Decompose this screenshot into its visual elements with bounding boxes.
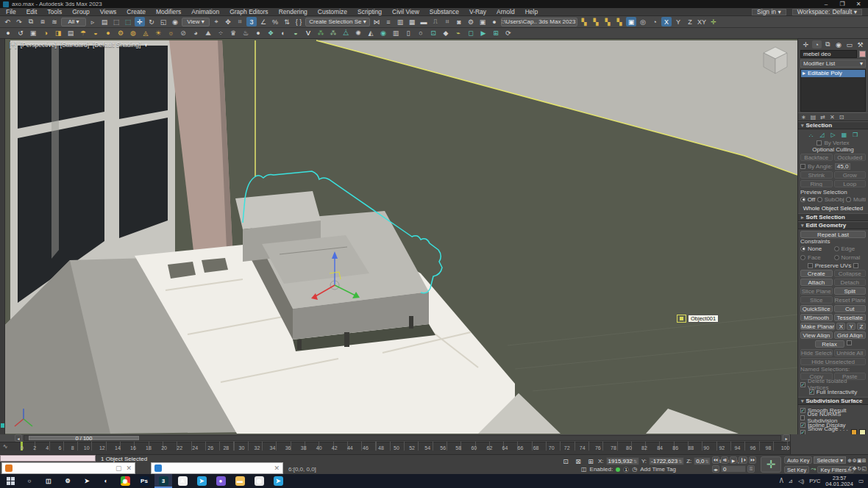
pin-stack-icon[interactable]: ∗	[801, 114, 806, 121]
next-frame-arrow[interactable]: ▸	[783, 434, 790, 442]
attach-button[interactable]: Attach	[800, 279, 833, 286]
menu-item[interactable]: Civil View	[392, 8, 419, 15]
menu-item[interactable]: V-Ray	[469, 8, 486, 15]
vray-sun2-icon[interactable]: ☀	[153, 29, 163, 38]
vray-cone-icon[interactable]: ◭	[366, 29, 376, 38]
align-icon[interactable]: ≡	[383, 17, 394, 26]
current-frame-field[interactable]: 0	[721, 465, 746, 473]
vray-node-icon[interactable]: ⁂	[316, 29, 326, 38]
full-interactivity-checkbox[interactable]: ✓	[809, 390, 814, 395]
popup2-close-icon[interactable]: ✕	[274, 464, 280, 472]
planar-x-button[interactable]: X	[836, 323, 845, 330]
vray-pin-icon[interactable]: ◆	[441, 29, 451, 38]
tab-create[interactable]: ✛	[801, 40, 811, 49]
isoline-display-checkbox[interactable]: ✓	[800, 423, 805, 428]
absolute-mode-icon[interactable]: ⊞	[586, 456, 596, 466]
network-icon[interactable]: ⊿	[789, 478, 793, 484]
preview-off-radio[interactable]	[800, 197, 805, 202]
project-folder-dropdown[interactable]: C:\Users\Сар.. 3ds Max 2023 ▾	[501, 18, 577, 26]
layer-explorer-icon[interactable]: ▥	[395, 17, 405, 26]
vray-scatter-icon[interactable]: ⁘	[216, 29, 226, 38]
max-app[interactable]: 3	[154, 474, 172, 488]
tray-clock[interactable]: 23:57 04.01.2024	[825, 476, 853, 487]
tab-modify[interactable]: ◔	[812, 40, 822, 49]
viewport-shading-menu[interactable]: [Default Shading]	[93, 41, 140, 49]
prev-frame-arrow[interactable]: ◂	[15, 434, 22, 442]
isolate-selection-icon[interactable]: ⊡	[561, 456, 571, 466]
prev-next-key-button[interactable]: ◂▸	[712, 465, 719, 473]
vray-target-icon[interactable]: ⊞	[491, 29, 501, 38]
time-slider-handle[interactable]: 0 / 100	[29, 436, 139, 440]
selection-filter-dropdown[interactable]: All ▾	[61, 18, 86, 26]
mail-app[interactable]: ➤	[78, 474, 96, 488]
bind-to-spacewarp-icon[interactable]: ≋	[49, 17, 60, 26]
border-mode-icon[interactable]: ▷	[828, 131, 838, 139]
edge-mode-icon[interactable]: ◿	[817, 131, 827, 139]
vertex-mode-icon[interactable]: ⸫	[806, 131, 816, 139]
constraint-face-radio[interactable]	[800, 255, 805, 260]
vray-ipr-icon[interactable]: ◑	[40, 29, 51, 38]
track-bar-ruler[interactable]: 0246810121416182022242628303234363840424…	[21, 442, 790, 451]
snaps-toggle-button[interactable]: 3	[246, 17, 257, 26]
undo-icon[interactable]: ↶	[2, 17, 13, 26]
menu-item[interactable]: Animation	[191, 8, 219, 15]
select-and-move-icon[interactable]: ✛	[135, 17, 145, 26]
menu-item[interactable]: Help	[525, 8, 538, 15]
mini-curve-editor-button[interactable]: ∿	[0, 442, 10, 451]
delete-isolated-checkbox[interactable]: ✓	[800, 382, 805, 387]
menu-item[interactable]: Edit	[26, 8, 38, 15]
preserve-uvs-checkbox[interactable]	[808, 263, 813, 268]
redo-icon[interactable]: ↷	[14, 17, 24, 26]
vray-proxy-icon[interactable]: ⊘	[178, 29, 188, 38]
purple-app[interactable]: ●	[212, 474, 230, 488]
vray-clipper-icon[interactable]: ◕	[191, 29, 201, 38]
rollout-soft-selection[interactable]: ▸Soft Selection	[798, 213, 868, 221]
backface-button[interactable]: Backface	[800, 154, 833, 161]
menu-item[interactable]: Graph Editors	[230, 8, 268, 15]
rollout-subdivision-surface[interactable]: ▾Subdivision Surface	[798, 397, 868, 405]
element-mode-icon[interactable]: ❒	[850, 131, 860, 139]
tab-display[interactable]: ▭	[844, 40, 854, 49]
tab-motion[interactable]: ◉	[833, 40, 843, 49]
language-indicator[interactable]: РУС	[809, 478, 820, 484]
menu-item[interactable]: Views	[100, 8, 117, 15]
cut-button[interactable]: Cut	[834, 305, 867, 312]
stack-item-editable-poly[interactable]: ▸ Editable Poly	[801, 70, 865, 77]
viewport-pov-menu[interactable]: [Perspective]	[21, 41, 57, 49]
tab-hierarchy[interactable]: ⧉	[823, 40, 833, 49]
relax-settings[interactable]	[847, 340, 852, 345]
constraint-normal-radio[interactable]	[834, 255, 839, 260]
macro-recorder-line[interactable]	[0, 455, 96, 462]
smooth-result-checkbox[interactable]: ✓	[800, 408, 805, 413]
add-time-tag[interactable]: Add Time Tag	[640, 466, 676, 473]
use-nurms-checkbox[interactable]	[800, 415, 805, 420]
state-set-icon[interactable]: ▣	[626, 17, 636, 26]
angle-snap-icon[interactable]: ∠	[258, 17, 268, 26]
menu-item[interactable]: Arnold	[497, 8, 515, 15]
make-unique-icon[interactable]: ⇄	[820, 114, 825, 121]
curve-editor-icon[interactable]: ⎍	[430, 17, 441, 26]
slice-plane-button[interactable]: Slice Plane	[800, 287, 833, 295]
shrink-button[interactable]: Shrink	[800, 171, 833, 179]
named-selection-sets-dropdown[interactable]: Create Selection Se ▾	[305, 18, 370, 26]
hide-unselected-button[interactable]: Hide Unselected	[800, 358, 866, 365]
vray-sun-icon[interactable]: ☂	[78, 29, 88, 38]
vray-gpu-icon[interactable]: ◨	[53, 29, 63, 38]
constraint-edge-radio[interactable]	[834, 246, 839, 251]
menu-item[interactable]: Scripting	[357, 8, 382, 15]
vray-sphere-icon[interactable]: ●	[253, 29, 263, 38]
vray-camera-icon[interactable]: ▣	[28, 29, 38, 38]
menu-item[interactable]: Create	[127, 8, 146, 15]
vray-crown-icon[interactable]: ♛	[228, 29, 238, 38]
menu-item[interactable]: Rendering	[279, 8, 307, 15]
render-preset-3-icon[interactable]: ▚	[602, 17, 613, 26]
menu-item[interactable]: Group	[72, 8, 90, 15]
render-preset-4-icon[interactable]: ▚	[614, 17, 625, 26]
select-and-link-icon[interactable]: ⧉	[26, 17, 36, 26]
view-align-button[interactable]: View Align	[800, 331, 833, 339]
hide-selected-button[interactable]: Hide Selected	[800, 349, 833, 356]
repeat-last-button[interactable]: Repeat Last	[800, 231, 866, 238]
selection-lock-icon[interactable]: ⊠	[573, 456, 583, 466]
perspective-viewport[interactable]: [+] [Perspective] [Standard] [Default Sh…	[5, 39, 797, 434]
vray-frame-icon[interactable]: ◻	[466, 29, 476, 38]
